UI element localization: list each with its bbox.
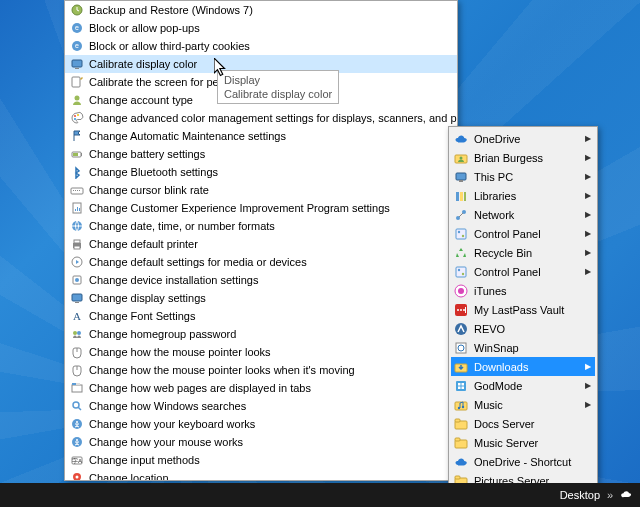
svg-rect-6 [75, 68, 79, 69]
svg-point-46 [76, 439, 78, 441]
svg-rect-95 [455, 438, 460, 441]
submenu-arrow-icon: ▶ [585, 210, 593, 219]
context-menu-item[interactable]: OneDrive▶ [451, 129, 595, 148]
godmode-item-label: Change device installation settings [89, 274, 258, 286]
context-menu-item[interactable]: GodMode▶ [451, 376, 595, 395]
svg-point-34 [73, 331, 77, 335]
svg-point-77 [460, 309, 462, 311]
godmode-item[interactable]: Change how your mouse works [65, 433, 457, 451]
onedrive-tray-icon[interactable] [620, 488, 634, 502]
svg-rect-13 [81, 153, 82, 156]
godmode-item[interactable]: AChange Font Settings [65, 307, 457, 325]
godmode-item-label: Change how your keyboard works [89, 418, 255, 430]
tabs-icon [69, 380, 85, 396]
svg-line-42 [78, 407, 81, 410]
context-menu-item[interactable]: WinSnap [451, 338, 595, 357]
godmode-item[interactable]: eBlock or allow pop-ups [65, 19, 457, 37]
svg-rect-38 [72, 385, 82, 392]
godmode-item[interactable]: Change advanced color management setting… [65, 109, 457, 127]
context-menu-label: GodMode [474, 380, 580, 392]
godmode-item[interactable]: Change how web pages are displayed in ta… [65, 379, 457, 397]
godmode-item[interactable]: Change date, time, or number formats [65, 217, 457, 235]
svg-text:A: A [73, 310, 81, 322]
context-menu-item[interactable]: Control Panel▶ [451, 262, 595, 281]
svg-rect-84 [456, 381, 466, 391]
onedrive-icon [453, 131, 469, 147]
context-menu-label: OneDrive - Shortcut [474, 456, 593, 468]
godmode-item[interactable]: 字AChange input methods [65, 451, 457, 469]
lastpass-icon [453, 302, 469, 318]
godmode-item[interactable]: Change how the mouse pointer looks [65, 343, 457, 361]
godmode-item[interactable]: Change display settings [65, 289, 457, 307]
context-menu-item[interactable]: REVO [451, 319, 595, 338]
godmode-item[interactable]: Change how Windows searches [65, 397, 457, 415]
godmode-item[interactable]: Change Automatic Maintenance settings [65, 127, 457, 145]
godmode-item[interactable]: eBlock or allow third-party cookies [65, 37, 457, 55]
godmode-item-label: Change location [89, 472, 169, 481]
context-menu-label: Network [474, 209, 580, 221]
svg-point-78 [463, 309, 465, 311]
submenu-arrow-icon: ▶ [585, 267, 593, 276]
region-icon [69, 218, 85, 234]
popup-icon: e [69, 20, 85, 36]
context-menu-item[interactable]: Recycle Bin▶ [451, 243, 595, 262]
svg-rect-40 [76, 383, 80, 385]
desktop-toolbar-chevron-icon[interactable]: » [606, 488, 614, 502]
svg-rect-86 [462, 383, 465, 386]
context-menu-item[interactable]: Music Server [451, 433, 595, 452]
submenu-arrow-icon: ▶ [585, 229, 593, 238]
autoplay-icon [69, 254, 85, 270]
context-menu-label: Control Panel [474, 266, 580, 278]
svg-rect-27 [74, 246, 80, 249]
context-menu-item[interactable]: iTunes [451, 281, 595, 300]
svg-rect-93 [455, 419, 460, 422]
godmode-item[interactable]: Change how your keyboard works [65, 415, 457, 433]
context-menu-label: Brian Burgess [474, 152, 580, 164]
godmode-item[interactable]: Change how the mouse pointer looks when … [65, 361, 457, 379]
context-menu-item[interactable]: Downloads▶ [451, 357, 595, 376]
godmode-item[interactable]: Change homegroup password [65, 325, 457, 343]
svg-point-68 [458, 230, 460, 232]
context-menu-item[interactable]: OneDrive - Shortcut [451, 452, 595, 471]
context-menu-item[interactable]: Docs Server [451, 414, 595, 433]
desktop-toolbar-menu[interactable]: OneDrive▶Brian Burgess▶This PC▶Libraries… [448, 126, 598, 507]
report-icon [69, 200, 85, 216]
svg-rect-59 [456, 173, 466, 180]
godmode-item-label: Change advanced color management setting… [89, 112, 458, 124]
music-icon [453, 397, 469, 413]
context-menu-label: Downloads [474, 361, 580, 373]
godmode-item[interactable]: Change default settings for media or dev… [65, 253, 457, 271]
pc-icon [453, 169, 469, 185]
godmode-item-label: Change date, time, or number formats [89, 220, 275, 232]
desktop-toolbar-label[interactable]: Desktop [560, 489, 600, 501]
context-menu-item[interactable]: Libraries▶ [451, 186, 595, 205]
context-menu-item[interactable]: Music▶ [451, 395, 595, 414]
godmode-item[interactable]: Change battery settings [65, 145, 457, 163]
context-menu-label: Music Server [474, 437, 593, 449]
godmode-item-label: Change Automatic Maintenance settings [89, 130, 286, 142]
folder-icon [453, 435, 469, 451]
godmode-item[interactable]: Backup and Restore (Windows 7) [65, 1, 457, 19]
context-menu-item[interactable]: My LastPass Vault [451, 300, 595, 319]
lang-icon: 字A [69, 452, 85, 468]
godmode-item[interactable]: Change location [65, 469, 457, 481]
svg-rect-62 [460, 192, 463, 201]
godmode-item[interactable]: Change cursor blink rate [65, 181, 457, 199]
svg-line-66 [459, 213, 463, 217]
svg-point-71 [458, 268, 460, 270]
godmode-item-label: Change default settings for media or dev… [89, 256, 307, 268]
context-menu-item[interactable]: Control Panel▶ [451, 224, 595, 243]
godmode-item[interactable]: Change Customer Experience Improvement P… [65, 199, 457, 217]
godmode-item[interactable]: Change Bluetooth settings [65, 163, 457, 181]
context-menu-label: My LastPass Vault [474, 304, 593, 316]
svg-text:e: e [75, 24, 79, 31]
context-menu-item[interactable]: Network▶ [451, 205, 595, 224]
context-menu-label: Music [474, 399, 580, 411]
godmode-item[interactable]: Change default printer [65, 235, 457, 253]
context-menu-item[interactable]: This PC▶ [451, 167, 595, 186]
svg-rect-63 [464, 192, 466, 201]
godmode-item[interactable]: Change device installation settings [65, 271, 457, 289]
svg-point-11 [74, 118, 76, 120]
context-menu-item[interactable]: Brian Burgess▶ [451, 148, 595, 167]
taskbar[interactable]: Desktop » [0, 483, 640, 507]
